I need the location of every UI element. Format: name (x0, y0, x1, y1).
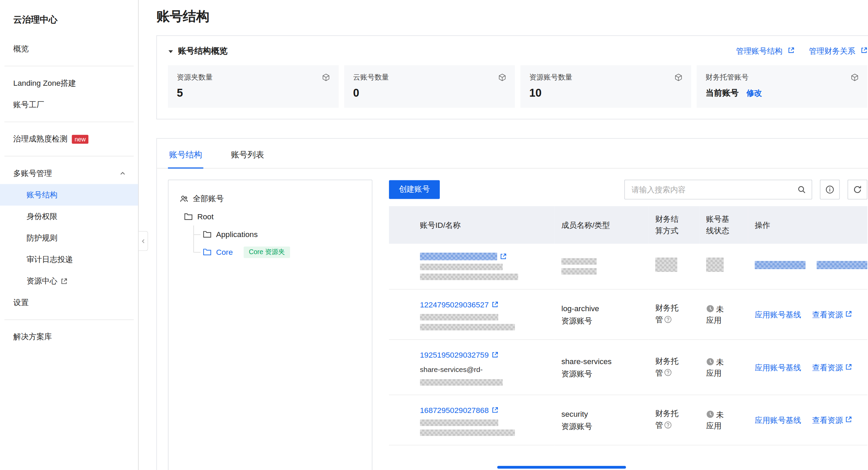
external-link-icon[interactable] (500, 253, 506, 260)
stat-label: 云账号数量 (353, 72, 389, 82)
stat-value: 5 (177, 87, 330, 99)
manage-finance-relation-link[interactable]: 管理财务关系 (809, 46, 867, 56)
redacted-text (420, 379, 503, 386)
modify-link[interactable]: 修改 (746, 88, 762, 98)
create-account-button[interactable]: 创建账号 (389, 180, 440, 199)
search-input[interactable] (631, 185, 797, 194)
account-table-panel: 创建账号 (389, 180, 867, 445)
tab-account-list[interactable]: 账号列表 (230, 139, 265, 168)
cube-icon (498, 73, 506, 81)
info-button[interactable] (820, 180, 840, 199)
sidebar-divider (4, 66, 134, 67)
account-structure-card: 账号结构 账号列表 全部账号 (156, 138, 868, 470)
tree-item-all-accounts[interactable]: 全部账号 (180, 190, 361, 208)
table-row: 1925195029032759 share-services@rd- shar… (389, 340, 867, 395)
external-link-icon (845, 310, 852, 317)
external-link-icon (845, 416, 852, 423)
refresh-button[interactable] (848, 180, 867, 199)
stat-value: 当前账号 (705, 88, 739, 98)
redacted-action-link (816, 261, 867, 269)
stat-card-finance-managed-account: 财务托管账号 当前账号 修改 (697, 65, 867, 108)
baseline-status: 未应用 (706, 356, 728, 378)
account-id-link[interactable]: 1925195029032759 (420, 349, 489, 361)
view-resources-link[interactable]: 查看资源 (812, 363, 852, 372)
sidebar-item-resource-center[interactable]: 资源中心 (0, 270, 138, 292)
external-link-icon[interactable] (491, 351, 498, 358)
redacted-text (420, 274, 518, 280)
sidebar-item-account-structure[interactable]: 账号结构 (0, 184, 138, 206)
redacted-text (420, 264, 503, 270)
clock-icon (706, 357, 714, 365)
tree-node-root[interactable]: Root (184, 208, 361, 225)
people-icon (180, 195, 188, 204)
view-resources-link[interactable]: 查看资源 (812, 310, 852, 319)
sidebar-item-landing-zone[interactable]: Landing Zone搭建 (0, 72, 138, 94)
apply-baseline-link[interactable]: 应用账号基线 (755, 310, 801, 319)
core-folder-badge: Core 资源夹 (244, 246, 290, 258)
stat-label: 资源账号数量 (529, 72, 572, 82)
stat-label: 资源夹数量 (177, 72, 213, 82)
column-header-account-id: 账号ID/名称 (389, 206, 555, 244)
overview-collapse-toggle[interactable]: 账号结构概览 (168, 46, 228, 56)
billing-method: 财务托管 (655, 408, 683, 432)
apply-baseline-link[interactable]: 应用账号基线 (755, 416, 801, 425)
tab-account-structure[interactable]: 账号结构 (168, 139, 204, 168)
sidebar-item-guard-rules[interactable]: 防护规则 (0, 227, 138, 249)
billing-method: 财务托管 (655, 355, 683, 379)
redacted-text (420, 314, 499, 320)
redacted-text (655, 258, 677, 272)
cube-icon (322, 73, 330, 81)
account-id-link[interactable]: 1687295029027868 (420, 404, 489, 416)
stat-value: 0 (353, 87, 506, 99)
external-link-icon (788, 47, 794, 53)
horizontal-scrollbar-thumb[interactable] (497, 466, 626, 469)
caret-down-icon (168, 49, 173, 54)
sidebar-item-account-factory[interactable]: 账号工厂 (0, 94, 138, 115)
member-name: log-archive (561, 302, 642, 315)
account-id-link[interactable]: 1224795029036527 (420, 299, 489, 311)
redacted-text (420, 419, 499, 426)
redacted-account-id (420, 252, 498, 260)
search-icon[interactable] (797, 185, 806, 194)
stat-label: 财务托管账号 (705, 72, 748, 82)
tab-bar: 账号结构 账号列表 (157, 139, 868, 168)
external-link-icon (845, 363, 852, 370)
sidebar-item-maturity-check[interactable]: 治理成熟度检测 new (0, 128, 138, 150)
search-box (624, 180, 812, 199)
stat-card-folder-count: 资源夹数量 5 (168, 65, 339, 108)
member-type: 资源账号 (561, 315, 642, 327)
sidebar-item-solution-library[interactable]: 解决方案库 (0, 326, 138, 348)
external-link-icon (861, 47, 867, 53)
external-link-icon[interactable] (491, 301, 498, 308)
external-link-icon[interactable] (491, 407, 498, 413)
help-icon[interactable] (664, 368, 672, 379)
folder-icon (203, 231, 212, 238)
apply-baseline-link[interactable]: 应用账号基线 (755, 363, 801, 372)
sidebar-title: 云治理中心 (0, 14, 138, 26)
baseline-status: 未应用 (706, 409, 728, 431)
folder-icon (203, 248, 212, 256)
sidebar-item-audit-log-delivery[interactable]: 审计日志投递 (0, 249, 138, 270)
sidebar-group-multi-account[interactable]: 多账号管理 (0, 163, 138, 184)
clock-icon (706, 410, 714, 418)
redacted-text (561, 268, 597, 275)
billing-method: 财务托管 (655, 302, 683, 327)
tree-node-applications[interactable]: Applications (194, 225, 361, 243)
help-icon[interactable] (664, 315, 672, 327)
sidebar-item-overview[interactable]: 概览 (0, 38, 138, 60)
manage-account-structure-link[interactable]: 管理账号结构 (736, 46, 795, 56)
account-email: share-services@rd- (420, 364, 548, 376)
member-name: security (561, 408, 642, 420)
sidebar-item-identity-permissions[interactable]: 身份权限 (0, 206, 138, 227)
app-root: 云治理中心 概览 Landing Zone搭建 账号工厂 治理成熟度检测 new… (0, 0, 868, 470)
column-header-billing-method: 财务结算方式 (649, 206, 700, 244)
sidebar-item-settings[interactable]: 设置 (0, 292, 138, 313)
account-tree-panel: 全部账号 Root (168, 180, 373, 470)
tree-node-core[interactable]: Core Core 资源夹 (194, 243, 361, 261)
help-icon[interactable] (664, 420, 672, 432)
new-badge: new (72, 135, 88, 143)
table-header-row: 账号ID/名称 成员名称/类型 财务结算方式 账号基线状态 操作 (389, 206, 867, 244)
clock-icon (706, 305, 714, 313)
view-resources-link[interactable]: 查看资源 (812, 416, 852, 425)
chevron-up-icon (119, 170, 126, 177)
